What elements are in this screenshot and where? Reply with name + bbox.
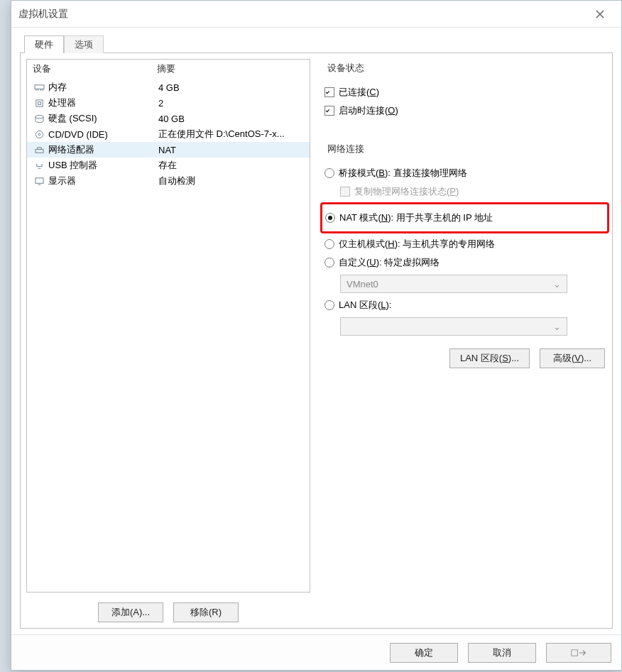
device-name: 内存 bbox=[48, 81, 158, 94]
device-summary: 存在 bbox=[158, 159, 304, 172]
svg-rect-6 bbox=[35, 149, 43, 153]
cpu-icon bbox=[33, 97, 45, 109]
highlight-nat: NAT 模式(N): 用于共享主机的 IP 地址 bbox=[320, 202, 609, 233]
help-icon bbox=[571, 648, 586, 658]
device-row-cd[interactable]: CD/DVD (IDE)正在使用文件 D:\CentOS-7-x... bbox=[27, 126, 310, 142]
radio-custom[interactable]: 自定义(U): 特定虚拟网络 bbox=[324, 255, 605, 270]
network-legend: 网络连接 bbox=[324, 143, 367, 155]
svg-point-3 bbox=[35, 115, 43, 119]
group-network-connection: 网络连接 桥接模式(B): 直接连接物理网络 复制物理网络连接状态(P) bbox=[324, 143, 605, 378]
device-name: 显示器 bbox=[48, 175, 158, 187]
svg-rect-1 bbox=[36, 99, 42, 106]
check-icon bbox=[324, 87, 334, 97]
col-summary: 摘要 bbox=[157, 62, 304, 75]
device-summary: 2 bbox=[158, 98, 304, 109]
device-state-legend: 设备状态 bbox=[324, 62, 367, 75]
device-name: CD/DVD (IDE) bbox=[48, 129, 158, 140]
device-name: 硬盘 (SCSI) bbox=[48, 112, 158, 125]
radio-icon bbox=[324, 300, 334, 310]
radio-bridged[interactable]: 桥接模式(B): 直接连接物理网络 bbox=[324, 165, 605, 181]
group-device-state: 设备状态 已连接(C) 启动时连接(O) bbox=[324, 62, 605, 131]
combo-custom-vmnet: VMnet0 ⌄ bbox=[340, 275, 567, 293]
memory-icon bbox=[33, 82, 45, 93]
help-button[interactable] bbox=[546, 643, 611, 663]
radio-lan-segment[interactable]: LAN 区段(L): bbox=[324, 297, 605, 313]
chevron-down-icon: ⌄ bbox=[553, 321, 561, 332]
close-icon[interactable] bbox=[586, 4, 614, 25]
radio-icon bbox=[324, 168, 334, 178]
device-summary: 40 GB bbox=[158, 114, 304, 124]
tab-hardware[interactable]: 硬件 bbox=[24, 35, 64, 53]
device-summary: 自动检测 bbox=[158, 175, 304, 187]
combo-lan-segment: ⌄ bbox=[340, 317, 567, 336]
add-button[interactable]: 添加(A)... bbox=[98, 602, 163, 622]
display-icon bbox=[33, 175, 45, 187]
device-name: 处理器 bbox=[48, 97, 158, 109]
checkbox-replicate-state: 复制物理网络连接状态(P) bbox=[340, 184, 605, 199]
svg-rect-7 bbox=[35, 177, 43, 182]
svg-rect-2 bbox=[38, 101, 40, 104]
cd-icon bbox=[33, 128, 45, 140]
radio-host-only[interactable]: 仅主机模式(H): 与主机共享的专用网络 bbox=[324, 236, 605, 252]
cancel-button[interactable]: 取消 bbox=[468, 643, 536, 663]
vm-settings-dialog: 虚拟机设置 硬件 选项 设备 摘要 内存4 GB处理器2硬盘 (SCSI)40 … bbox=[11, 0, 622, 671]
checkbox-connected[interactable]: 已连接(C) bbox=[324, 84, 605, 100]
device-summary: 4 GB bbox=[158, 82, 304, 93]
device-name: 网络适配器 bbox=[48, 143, 158, 156]
chevron-down-icon: ⌄ bbox=[553, 279, 561, 290]
device-summary: 正在使用文件 D:\CentOS-7-x... bbox=[158, 128, 304, 141]
tab-options[interactable]: 选项 bbox=[64, 35, 104, 53]
disk-icon bbox=[33, 113, 45, 124]
remove-button[interactable]: 移除(R) bbox=[173, 602, 239, 622]
advanced-button[interactable]: 高级(V)... bbox=[540, 348, 605, 368]
svg-point-4 bbox=[36, 131, 43, 138]
lan-segments-button[interactable]: LAN 区段(S)... bbox=[449, 348, 530, 368]
radio-nat[interactable]: NAT 模式(N): 用于共享主机的 IP 地址 bbox=[325, 210, 604, 226]
radio-icon bbox=[324, 239, 334, 249]
radio-icon bbox=[325, 213, 335, 223]
checkbox-connect-at-poweron[interactable]: 启动时连接(O) bbox=[324, 103, 605, 119]
svg-point-5 bbox=[38, 133, 40, 136]
net-icon bbox=[33, 144, 45, 155]
device-summary: NAT bbox=[158, 145, 304, 155]
device-row-disk[interactable]: 硬盘 (SCSI)40 GB bbox=[27, 111, 310, 126]
usb-icon bbox=[33, 160, 45, 171]
titlebar: 虚拟机设置 bbox=[11, 1, 621, 28]
device-row-display[interactable]: 显示器自动检测 bbox=[27, 173, 310, 189]
svg-rect-0 bbox=[35, 84, 44, 89]
device-row-usb[interactable]: USB 控制器存在 bbox=[27, 158, 310, 173]
device-row-cpu[interactable]: 处理器2 bbox=[27, 95, 310, 111]
dialog-footer: 确定 取消 bbox=[11, 634, 621, 670]
device-row-memory[interactable]: 内存4 GB bbox=[27, 79, 310, 95]
device-row-net[interactable]: 网络适配器NAT bbox=[27, 142, 310, 158]
device-list[interactable]: 设备 摘要 内存4 GB处理器2硬盘 (SCSI)40 GBCD/DVD (ID… bbox=[26, 59, 310, 593]
radio-icon bbox=[324, 258, 334, 268]
dialog-title: 虚拟机设置 bbox=[18, 8, 68, 21]
svg-rect-8 bbox=[572, 649, 577, 655]
device-name: USB 控制器 bbox=[48, 159, 158, 172]
device-list-header: 设备 摘要 bbox=[27, 60, 310, 79]
ok-button[interactable]: 确定 bbox=[390, 643, 458, 663]
col-device: 设备 bbox=[33, 62, 157, 75]
check-icon bbox=[340, 187, 350, 197]
check-icon bbox=[324, 106, 334, 116]
